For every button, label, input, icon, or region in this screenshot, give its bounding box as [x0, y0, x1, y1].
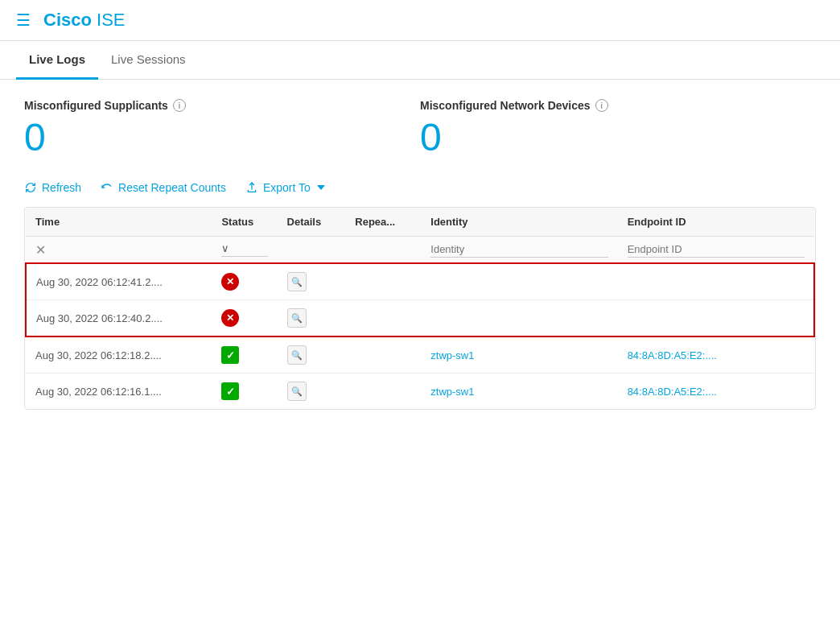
- status-error-icon: [221, 273, 239, 291]
- status-success-icon: [221, 382, 239, 400]
- export-icon: [245, 181, 258, 194]
- filter-endpoint-cell[interactable]: [618, 237, 814, 264]
- tab-bar: Live Logs Live Sessions: [0, 41, 840, 80]
- row3-repeat: [345, 336, 421, 374]
- row1-time: Aug 30, 2022 06:12:41.2....: [26, 263, 212, 300]
- export-to-button[interactable]: Export To: [245, 181, 325, 194]
- row4-status: [212, 374, 277, 410]
- logs-table: Time Status Details Repea... Identity En…: [25, 208, 815, 409]
- table-row: Aug 30, 2022 06:12:41.2....: [26, 263, 814, 300]
- row2-details[interactable]: [278, 300, 346, 337]
- endpoint-filter-input[interactable]: [628, 242, 805, 258]
- row3-details[interactable]: [278, 336, 346, 374]
- filter-status-cell[interactable]: ∨: [212, 237, 277, 264]
- hamburger-icon[interactable]: ☰: [16, 10, 31, 30]
- refresh-icon: [24, 181, 37, 194]
- row4-endpoint[interactable]: 84:8A:8D:A5:E2:....: [618, 374, 814, 410]
- supplicants-metric: Misconfigured Supplicants i 0: [24, 99, 420, 157]
- status-error-icon: [221, 309, 239, 327]
- network-devices-metric: Misconfigured Network Devices i 0: [420, 99, 816, 157]
- toolbar: Refresh Reset Repeat Counts Export To: [24, 181, 816, 194]
- supplicants-info-icon[interactable]: i: [173, 99, 186, 112]
- row4-repeat: [345, 374, 421, 410]
- details-icon[interactable]: [287, 345, 307, 365]
- filter-identity-cell[interactable]: [421, 237, 617, 264]
- app-header: ☰ Cisco ISE: [0, 0, 840, 41]
- row4-details[interactable]: [278, 374, 346, 410]
- row4-time: Aug 30, 2022 06:12:16.1....: [26, 374, 212, 410]
- reset-icon: [101, 181, 113, 194]
- logs-table-container: Time Status Details Repea... Identity En…: [24, 207, 816, 410]
- filter-repeat-cell: [345, 237, 421, 264]
- network-devices-value: 0: [420, 118, 816, 157]
- col-header-time: Time: [26, 208, 212, 237]
- table-row: Aug 30, 2022 06:12:40.2....: [26, 300, 814, 337]
- table-row: Aug 30, 2022 06:12:16.1.... ztwp-sw1 84:…: [26, 374, 814, 410]
- row3-endpoint[interactable]: 84:8A:8D:A5:E2:....: [618, 336, 814, 374]
- row3-identity[interactable]: ztwp-sw1: [421, 336, 617, 374]
- row1-status: [212, 263, 277, 300]
- tab-live-sessions[interactable]: Live Sessions: [98, 41, 199, 80]
- row1-repeat: [345, 263, 421, 300]
- col-header-endpoint-id: Endpoint ID: [618, 208, 814, 237]
- details-icon[interactable]: [287, 382, 307, 401]
- row2-endpoint: [618, 300, 814, 337]
- row1-endpoint: [618, 263, 814, 300]
- status-success-icon: [221, 346, 239, 364]
- app-logo: Cisco ISE: [43, 10, 126, 31]
- col-header-identity: Identity: [421, 208, 617, 237]
- row2-repeat: [345, 300, 421, 337]
- export-chevron-icon: [317, 185, 325, 190]
- row1-details[interactable]: [278, 263, 346, 300]
- logo-cisco: Cisco: [43, 10, 92, 30]
- table-header-row: Time Status Details Repea... Identity En…: [26, 208, 814, 237]
- col-header-repeat: Repea...: [345, 208, 421, 237]
- filter-row: ✕ ∨: [26, 237, 814, 264]
- table-row: Aug 30, 2022 06:12:18.2.... ztwp-sw1 84:…: [26, 336, 814, 374]
- row3-status: [212, 336, 277, 374]
- filter-close-cell: ✕: [26, 237, 212, 264]
- tab-live-logs[interactable]: Live Logs: [16, 41, 98, 80]
- main-content: Misconfigured Supplicants i 0 Misconfigu…: [0, 80, 840, 429]
- col-header-status: Status: [212, 208, 277, 237]
- filter-details-cell: [278, 237, 346, 264]
- row4-identity[interactable]: ztwp-sw1: [421, 374, 617, 410]
- details-icon[interactable]: [287, 272, 307, 291]
- row1-identity: [421, 263, 617, 300]
- row2-time: Aug 30, 2022 06:12:40.2....: [26, 300, 212, 337]
- col-header-details: Details: [278, 208, 346, 237]
- details-icon[interactable]: [287, 308, 307, 328]
- metrics-row: Misconfigured Supplicants i 0 Misconfigu…: [24, 99, 816, 157]
- row2-identity: [421, 300, 617, 337]
- filter-status-dropdown[interactable]: ∨: [221, 242, 229, 254]
- network-devices-info-icon[interactable]: i: [595, 99, 608, 112]
- row3-time: Aug 30, 2022 06:12:18.2....: [26, 336, 212, 374]
- filter-close-icon[interactable]: ✕: [35, 243, 46, 257]
- network-devices-label: Misconfigured Network Devices i: [420, 99, 816, 112]
- reset-repeat-counts-button[interactable]: Reset Repeat Counts: [101, 181, 226, 194]
- row2-status: [212, 300, 277, 337]
- logo-ise: ISE: [97, 10, 125, 30]
- supplicants-value: 0: [24, 118, 420, 157]
- identity-filter-input[interactable]: [430, 242, 607, 258]
- refresh-button[interactable]: Refresh: [24, 181, 81, 194]
- supplicants-label: Misconfigured Supplicants i: [24, 99, 420, 112]
